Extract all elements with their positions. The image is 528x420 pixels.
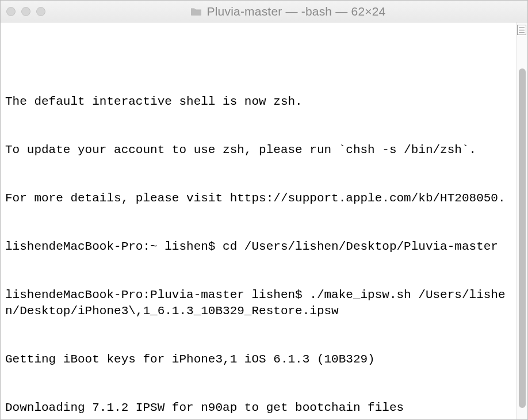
title-center: Pluvia-master — -bash — 62×24 <box>55 5 522 18</box>
terminal-line: lishendeMacBook-Pro:Pluvia-master lishen… <box>5 287 511 319</box>
window-body: The default interactive shell is now zsh… <box>1 22 527 419</box>
terminal-line: For more details, please visit https://s… <box>5 190 511 207</box>
close-icon[interactable] <box>6 7 16 16</box>
folder-icon <box>190 7 202 16</box>
terminal-line: The default interactive shell is now zsh… <box>5 94 511 110</box>
window-controls <box>6 7 45 16</box>
terminal-line: Getting iBoot keys for iPhone3,1 iOS 6.1… <box>5 352 511 368</box>
terminal-line: lishendeMacBook-Pro:~ lishen$ cd /Users/… <box>5 239 511 255</box>
terminal-window: Pluvia-master — -bash — 62×24 The defaul… <box>0 0 528 420</box>
minimize-icon[interactable] <box>21 7 30 16</box>
scrollbar-thumb[interactable] <box>519 68 526 408</box>
zoom-icon[interactable] <box>36 7 45 16</box>
terminal-line: To update your account to use zsh, pleas… <box>5 142 511 158</box>
page-marker-icon <box>517 25 526 35</box>
window-title: Pluvia-master — -bash — 62×24 <box>206 5 385 18</box>
titlebar[interactable]: Pluvia-master — -bash — 62×24 <box>1 1 527 22</box>
scrollbar[interactable] <box>516 22 527 419</box>
terminal-output[interactable]: The default interactive shell is now zsh… <box>1 22 516 419</box>
terminal-line: Downloading 7.1.2 IPSW for n90ap to get … <box>5 400 511 416</box>
